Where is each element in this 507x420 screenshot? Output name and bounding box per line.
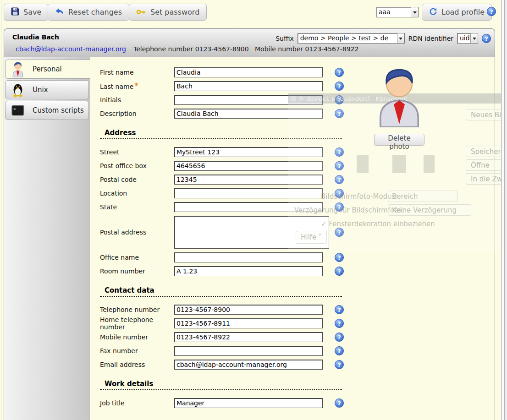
profile-select[interactable]: aaa — [376, 7, 419, 17]
suffix-select[interactable]: demo > People > test > de — [298, 33, 405, 44]
state-input[interactable] — [174, 202, 323, 212]
tab-label: Personal — [33, 65, 62, 73]
load-profile-button-label: Load profile — [441, 8, 485, 16]
load-profile-button[interactable]: Load profile — [422, 4, 492, 21]
suffix-select-value: demo > People > test > de — [298, 33, 397, 43]
description-input[interactable] — [174, 109, 323, 119]
email-link[interactable]: cbach@ldap-account-manager.org — [16, 45, 126, 53]
help-icon[interactable]: ? — [335, 398, 344, 408]
help-icon[interactable]: ? — [335, 147, 344, 157]
street-input[interactable] — [174, 147, 323, 157]
field-label: Room number — [100, 267, 174, 275]
field-label: State — [100, 203, 174, 211]
help-icon[interactable]: ? — [335, 267, 344, 276]
help-icon[interactable]: ? — [335, 333, 344, 342]
field-label: Post office box — [100, 162, 174, 169]
email-address-input[interactable] — [174, 360, 323, 370]
telephone-number-input[interactable] — [174, 305, 323, 315]
help-icon[interactable]: ? — [335, 68, 344, 77]
rdn-select-value: uid — [457, 33, 470, 43]
office-name-input[interactable] — [174, 252, 323, 262]
initials-input[interactable] — [174, 95, 323, 105]
toolbar: Save Reset changes Set password aaa Load… — [0, 0, 507, 27]
tab-custom-scripts[interactable]: >_Custom scripts — [5, 101, 89, 120]
form-row: Description? — [100, 107, 495, 120]
chevron-down-icon[interactable] — [470, 33, 478, 43]
home-telephone-number-input[interactable] — [174, 318, 323, 328]
form-row: Home telephone number? — [100, 316, 495, 330]
reset-changes-button-label: Reset changes — [68, 8, 122, 16]
reload-icon — [429, 7, 437, 17]
required-marker: ✱ — [134, 82, 138, 87]
header-mobile: Mobile number 0123-4567-8922 — [255, 45, 358, 53]
help-icon[interactable]: ? — [487, 7, 496, 16]
help-icon[interactable]: ? — [335, 95, 344, 104]
form-row: Email address? — [100, 358, 495, 371]
undo-arrow-icon — [55, 8, 64, 17]
postal-code-input[interactable] — [174, 175, 323, 185]
tab-personal[interactable]: Personal — [5, 60, 90, 79]
window-edge-strip — [505, 0, 507, 420]
form-row: First name? — [100, 65, 495, 79]
help-icon[interactable]: ? — [335, 346, 344, 355]
field-label: Email address — [100, 361, 174, 368]
rdn-identifier-select[interactable]: uid — [457, 33, 478, 44]
form-row: Fax number? — [100, 344, 495, 358]
form-row: Mobile number? — [100, 330, 495, 344]
person-icon — [11, 61, 25, 77]
form-sections: First name?Last name✱?Initials?Descripti… — [100, 65, 495, 410]
help-icon[interactable]: ? — [335, 360, 344, 369]
form-row: Job title? — [100, 396, 495, 410]
room-number-input[interactable] — [174, 266, 323, 276]
field-label: Home telephone number — [100, 316, 174, 331]
fax-number-input[interactable] — [174, 346, 323, 356]
field-label: First name — [100, 69, 174, 76]
suffix-label: Suffix — [276, 35, 294, 42]
help-icon[interactable]: ? — [335, 202, 344, 212]
form-row: Office name? — [100, 251, 495, 264]
help-icon[interactable]: ? — [335, 189, 344, 198]
post-office-box-input[interactable] — [174, 161, 323, 171]
job-title-input[interactable] — [174, 398, 323, 408]
form-row: Location? — [100, 186, 495, 200]
field-label: Location — [100, 190, 174, 197]
postal-address-input[interactable] — [174, 216, 329, 249]
reset-changes-button[interactable]: Reset changes — [48, 4, 129, 21]
chevron-down-icon[interactable] — [411, 7, 418, 17]
form-row: Postal address? — [100, 214, 495, 251]
first-name-input[interactable] — [174, 67, 323, 77]
section-header: Contact data — [100, 286, 342, 297]
field-label: Mobile number — [100, 333, 174, 341]
tux-icon — [11, 82, 25, 98]
help-icon[interactable]: ? — [335, 161, 344, 170]
save-button[interactable]: Save — [4, 4, 49, 21]
field-label: Postal address — [100, 229, 174, 236]
field-label: Description — [100, 110, 174, 117]
delete-photo-button[interactable]: Delete photo — [374, 134, 424, 146]
chevron-down-icon[interactable] — [397, 33, 404, 43]
help-icon[interactable]: ? — [335, 305, 344, 314]
user-photo-block: Delete photo — [374, 64, 424, 151]
set-password-button[interactable]: Set password — [129, 4, 207, 21]
profile-select-value: aaa — [376, 7, 411, 17]
form-row: Street? — [100, 145, 495, 159]
field-label: Street — [100, 148, 174, 156]
header-controls: Suffix demo > People > test > de RDN ide… — [276, 33, 491, 44]
help-icon[interactable]: ? — [335, 319, 344, 328]
help-icon[interactable]: ? — [335, 175, 344, 184]
form-row: Telephone number? — [100, 303, 495, 316]
help-icon[interactable]: ? — [335, 228, 344, 237]
location-input[interactable] — [174, 188, 323, 198]
mobile-number-input[interactable] — [174, 332, 323, 342]
user-photo — [374, 120, 424, 129]
tab-label: Unix — [33, 86, 48, 94]
tab-unix[interactable]: Unix — [5, 80, 89, 99]
last-name-input[interactable] — [174, 81, 323, 91]
help-icon[interactable]: ? — [482, 34, 491, 43]
account-title: Claudia Bach — [12, 33, 59, 41]
help-icon[interactable]: ? — [335, 253, 344, 262]
section-header: Work details — [100, 380, 342, 390]
help-icon[interactable]: ? — [335, 109, 344, 118]
form-row: Initials? — [100, 93, 495, 107]
help-icon[interactable]: ? — [335, 82, 344, 91]
